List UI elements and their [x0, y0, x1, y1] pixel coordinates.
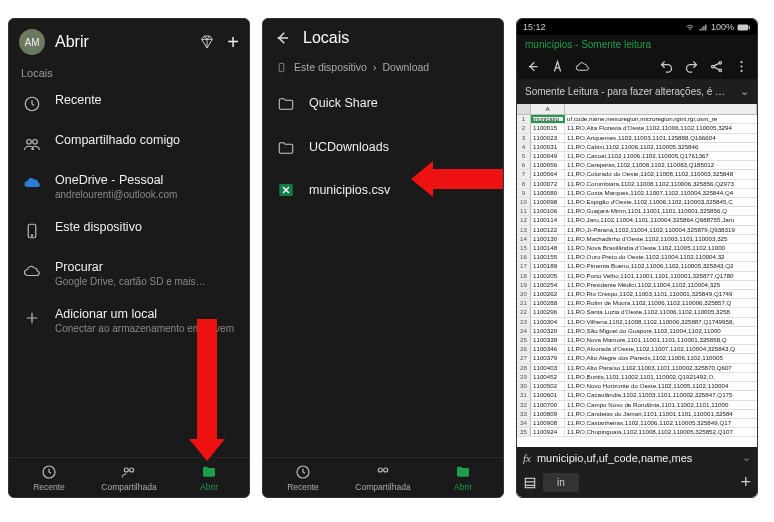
more-icon[interactable]	[734, 59, 749, 74]
row-number[interactable]: 14	[517, 235, 531, 243]
document-title-bar[interactable]: municipios - Somente leitura	[517, 35, 757, 54]
row-number[interactable]: 20	[517, 290, 531, 298]
row-number[interactable]: 35	[517, 428, 531, 436]
tab-recent[interactable]: Recente	[9, 458, 89, 497]
table-row[interactable]: 5110004911,RO,Cacoal,1102,11006,1102,110…	[517, 152, 757, 161]
table-row[interactable]: 29110045211,RO,Buritis,1101,11002,1101,1…	[517, 373, 757, 382]
row-number[interactable]: 9	[517, 189, 531, 197]
table-row[interactable]: 17110018911,RO,Pimenta Bueno,1102,11006,…	[517, 262, 757, 271]
row-number[interactable]: 10	[517, 198, 531, 206]
row-number[interactable]: 6	[517, 161, 531, 169]
cell[interactable]: uf,code,name,mesoregion,microregion,rgin…	[565, 115, 757, 123]
cell[interactable]: 1100098	[531, 198, 565, 206]
cell[interactable]: 11,RO,Cacoal,1102,11006,1102,110005,Q176…	[565, 152, 757, 160]
back-icon[interactable]	[525, 59, 540, 74]
cell[interactable]: 1100452	[531, 373, 565, 381]
table-row[interactable]: 6110005611,RO,Cerejeiras,1102,11008,1102…	[517, 161, 757, 170]
cell[interactable]: 1100189	[531, 262, 565, 270]
cell[interactable]: 11,RO,Corumbiara,1102,11008,1102,110006,…	[565, 180, 757, 188]
table-row[interactable]: 33110080911,RO,Candeias do Jamari,1101,1…	[517, 410, 757, 419]
table-row[interactable]: 10110009811,RO,Espigão d'Oeste,1102,1100…	[517, 198, 757, 207]
cell[interactable]: 11,RO,Candeias do Jamari,1101,11001,1101…	[565, 410, 757, 418]
col-header-b[interactable]	[565, 104, 757, 114]
cell[interactable]: 1100148	[531, 244, 565, 252]
cell[interactable]: 1100155	[531, 253, 565, 261]
row-add-place[interactable]: Adicionar um localConectar ao armazename…	[9, 297, 249, 344]
cell[interactable]: 1100700	[531, 401, 565, 409]
cell[interactable]: 11,RO,Ouro Preto do Oeste,1102,11004,110…	[565, 253, 757, 261]
folder-ucdownloads[interactable]: UCDownloads	[263, 125, 503, 169]
tab-shared[interactable]: Compartilhada	[89, 458, 169, 497]
add-sheet-button[interactable]: +	[740, 472, 751, 493]
cell[interactable]: 1100031	[531, 143, 565, 151]
cell[interactable]: 1100049	[531, 152, 565, 160]
cell[interactable]: 1100114	[531, 216, 565, 224]
table-row[interactable]: 27110037911,RO,Alto Alegre dos Parecis,1…	[517, 354, 757, 363]
table-row[interactable]: 26110034611,RO,Alvorada d'Oeste,1102,110…	[517, 345, 757, 354]
file-municipios[interactable]: municipios.csv	[263, 169, 503, 211]
row-number[interactable]: 24	[517, 327, 531, 335]
cell[interactable]: 11,RO,Cacaulândia,1102,11003,1101,110002…	[565, 391, 757, 399]
table-row[interactable]: 32110070011,RO,Campo Novo de Rondônia,11…	[517, 401, 757, 410]
avatar[interactable]: AM	[19, 29, 45, 55]
undo-icon[interactable]	[659, 59, 674, 74]
cell[interactable]: 1100064	[531, 170, 565, 178]
cell[interactable]: 1100205	[531, 272, 565, 280]
row-number[interactable]: 23	[517, 318, 531, 326]
cell[interactable]: 1100288	[531, 299, 565, 307]
row-number[interactable]: 26	[517, 345, 531, 353]
row-number[interactable]: 1	[517, 115, 531, 123]
row-recent[interactable]: Recente	[9, 83, 249, 123]
cell[interactable]: municipio	[531, 115, 565, 123]
cell[interactable]: 1100809	[531, 410, 565, 418]
cell[interactable]: 11,RO,Santa Luzia d'Oeste,1102,11006,110…	[565, 308, 757, 316]
table-row[interactable]: 22110029611,RO,Santa Luzia d'Oeste,1102,…	[517, 308, 757, 317]
cell[interactable]: 1100379	[531, 354, 565, 362]
cell[interactable]: 11,RO,Castanheiras,1102,11006,1102,11000…	[565, 419, 757, 427]
cell[interactable]: 1100304	[531, 318, 565, 326]
row-number[interactable]: 4	[517, 143, 531, 151]
row-number[interactable]: 7	[517, 170, 531, 178]
cell[interactable]: 1100080	[531, 189, 565, 197]
cell[interactable]: 1100072	[531, 180, 565, 188]
row-number[interactable]: 11	[517, 207, 531, 215]
row-number[interactable]: 34	[517, 419, 531, 427]
row-number[interactable]: 29	[517, 373, 531, 381]
table-row[interactable]: 12110011411,RO,Jaru,1102,11004,1101,1100…	[517, 216, 757, 225]
cell[interactable]: 1100338	[531, 336, 565, 344]
cell[interactable]: 1100122	[531, 226, 565, 234]
cell[interactable]: 11,RO,Ariquemes,1102,11003,1101,125888,Q…	[565, 134, 757, 142]
premium-icon[interactable]	[199, 34, 215, 50]
table-row[interactable]: 28110040311,RO,Alto Paraíso,1102,11003,1…	[517, 364, 757, 373]
cell[interactable]: 11,RO,Ji-Paraná,1102,11004,1102,110004,3…	[565, 226, 757, 234]
cell[interactable]: 11,RO,Jaru,1102,11004,1101,110004,325864…	[565, 216, 757, 224]
corner-cell[interactable]	[517, 104, 531, 114]
table-row[interactable]: 18110020511,RO,Porto Velho,1101,11001,11…	[517, 272, 757, 281]
row-number[interactable]: 32	[517, 401, 531, 409]
table-row[interactable]: 30110050211,RO,Novo Horizonte do Oeste,1…	[517, 382, 757, 391]
tab-recent[interactable]: Recente	[263, 458, 343, 497]
cell[interactable]: 11,RO,Buritis,1101,11002,1101,110002,Q19…	[565, 373, 757, 381]
cell[interactable]: 11,RO,Alvorada d'Oeste,1102,11007,1102,1…	[565, 345, 757, 353]
table-row[interactable]: 1municipiouf,code,name,mesoregion,micror…	[517, 115, 757, 124]
row-number[interactable]: 33	[517, 410, 531, 418]
cell[interactable]: 11,RO,Campo Novo de Rondônia,1101,11002,…	[565, 401, 757, 409]
row-number[interactable]: 16	[517, 253, 531, 261]
table-row[interactable]: 25110033811,RO,Nova Mamoré,1101,11001,11…	[517, 336, 757, 345]
col-header-a[interactable]: A	[531, 104, 565, 114]
row-number[interactable]: 15	[517, 244, 531, 252]
cell[interactable]: 1100403	[531, 364, 565, 372]
cell[interactable]: 11,RO,Rio Crespo,1102,11003,1101,110001,…	[565, 290, 757, 298]
folder-quickshare[interactable]: Quick Share	[263, 81, 503, 125]
new-button[interactable]: +	[227, 31, 239, 54]
row-onedrive[interactable]: OneDrive - Pessoalandrelourenti@outlook.…	[9, 163, 249, 210]
cell[interactable]: 11,RO,Alto Alegre dos Parecis,1102,11006…	[565, 354, 757, 362]
cell[interactable]: 11,RO,Rolim de Moura,1102,11006,1102,110…	[565, 299, 757, 307]
row-number[interactable]: 28	[517, 364, 531, 372]
cell[interactable]: 11,RO,Alta Floresta d'Oeste,1102,11006,1…	[565, 124, 757, 132]
row-number[interactable]: 19	[517, 281, 531, 289]
cell[interactable]: 1100106	[531, 207, 565, 215]
formula-bar[interactable]: fx municipio,uf,uf_code,name,mes ⌄	[517, 447, 757, 468]
table-row[interactable]: 13110012211,RO,Ji-Paraná,1102,11004,1102…	[517, 226, 757, 235]
cell[interactable]: 11,RO,Cabixi,1102,11006,1102,110005,3258…	[565, 143, 757, 151]
